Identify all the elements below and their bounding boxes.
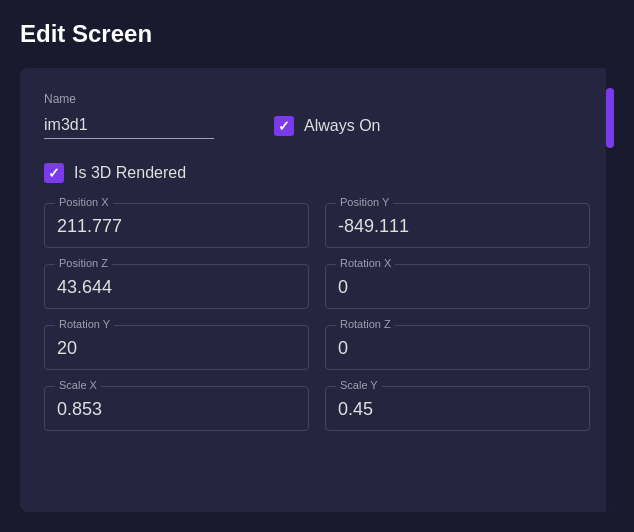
field-group-rotation-z: Rotation Z [325, 325, 590, 370]
is3d-checkmark: ✓ [48, 165, 60, 181]
field-input-2[interactable] [57, 273, 296, 298]
field-label-6: Scale X [55, 379, 101, 391]
field-label-1: Position Y [336, 196, 393, 208]
always-on-group: ✓ Always On [274, 116, 380, 136]
field-input-3[interactable] [338, 273, 577, 298]
main-card: Name ✓ Always On ✓ Is 3D Rendered Positi… [20, 68, 614, 512]
is3d-checkbox[interactable]: ✓ [44, 163, 64, 183]
checkbox-checkmark: ✓ [278, 118, 290, 134]
fields-grid: Position XPosition YPosition ZRotation X… [44, 203, 590, 431]
field-input-1[interactable] [338, 212, 577, 237]
field-group-rotation-y: Rotation Y [44, 325, 309, 370]
field-label-4: Rotation Y [55, 318, 114, 330]
field-group-position-y: Position Y [325, 203, 590, 248]
name-section: Name ✓ Always On [44, 92, 590, 139]
field-input-0[interactable] [57, 212, 296, 237]
field-group-scale-y: Scale Y [325, 386, 590, 431]
field-label-2: Position Z [55, 257, 112, 269]
field-group-position-z: Position Z [44, 264, 309, 309]
is3d-label: Is 3D Rendered [74, 164, 186, 182]
name-label: Name [44, 92, 590, 106]
is3d-section: ✓ Is 3D Rendered [44, 163, 590, 183]
field-group-rotation-x: Rotation X [325, 264, 590, 309]
field-input-6[interactable] [57, 395, 296, 420]
field-label-5: Rotation Z [336, 318, 395, 330]
field-label-7: Scale Y [336, 379, 382, 391]
field-label-3: Rotation X [336, 257, 395, 269]
field-label-0: Position X [55, 196, 113, 208]
always-on-label: Always On [304, 117, 380, 135]
name-input[interactable] [44, 112, 214, 139]
field-group-scale-x: Scale X [44, 386, 309, 431]
scrollbar[interactable] [606, 68, 614, 512]
field-input-4[interactable] [57, 334, 296, 359]
field-group-position-x: Position X [44, 203, 309, 248]
field-input-7[interactable] [338, 395, 577, 420]
scrollbar-thumb [606, 88, 614, 148]
field-input-5[interactable] [338, 334, 577, 359]
always-on-checkbox[interactable]: ✓ [274, 116, 294, 136]
page-title: Edit Screen [20, 20, 614, 48]
name-row: ✓ Always On [44, 112, 590, 139]
